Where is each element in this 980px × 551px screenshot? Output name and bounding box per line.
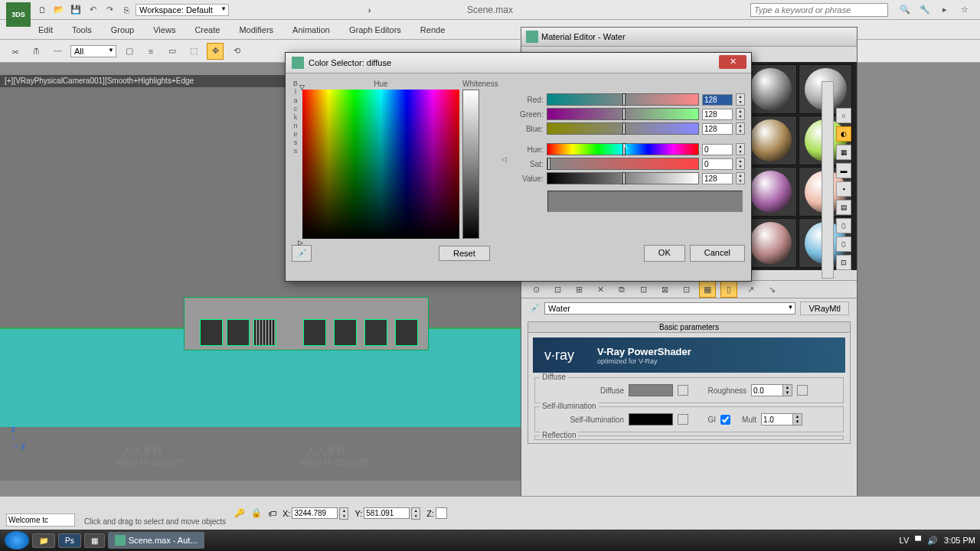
mat-scrollbar[interactable]: [822, 81, 834, 279]
backlight-icon[interactable]: ◐: [836, 126, 851, 142]
menu-animation[interactable]: Animation: [292, 25, 330, 34]
task-app[interactable]: ▦: [84, 533, 105, 548]
cancel-button[interactable]: Cancel: [690, 245, 745, 262]
help-search-input[interactable]: [750, 3, 888, 17]
material-name-dropdown[interactable]: Water: [544, 302, 795, 315]
mult-value[interactable]: [762, 414, 792, 425]
menu-graph-editors[interactable]: Graph Editors: [349, 25, 401, 34]
task-3dsmax[interactable]: Scene.max - Aut...: [108, 532, 204, 549]
menu-group[interactable]: Group: [111, 25, 135, 34]
select-move-icon[interactable]: ✥: [207, 43, 224, 60]
material-effects-icon[interactable]: ▤: [836, 200, 851, 215]
red-value[interactable]: 128: [702, 94, 733, 106]
menu-create[interactable]: Create: [194, 25, 220, 34]
select-rotate-icon[interactable]: ⟲: [228, 43, 245, 60]
reset-map-icon[interactable]: ✕: [592, 281, 609, 298]
sat-spinner[interactable]: ▲▼: [736, 158, 745, 170]
mat-map-nav-icon[interactable]: ⊡: [836, 255, 851, 270]
sat-slider[interactable]: [547, 158, 699, 170]
selfillum-swatch[interactable]: [629, 413, 673, 425]
roughness-map-button[interactable]: [797, 385, 808, 396]
selection-filter[interactable]: All: [70, 45, 116, 57]
sat-value[interactable]: 0: [702, 158, 733, 170]
menu-tools[interactable]: Tools: [72, 25, 92, 34]
value-value[interactable]: 128: [702, 173, 733, 184]
rect-select-icon[interactable]: ▭: [164, 43, 181, 60]
reset-button[interactable]: Reset: [439, 246, 490, 261]
tray-lang[interactable]: LV: [900, 536, 910, 545]
new-icon[interactable]: 🗋: [34, 2, 50, 18]
put-to-library-icon[interactable]: ⊠: [656, 281, 673, 298]
redo-icon[interactable]: ↷: [102, 2, 117, 18]
diffuse-map-button[interactable]: [678, 385, 688, 396]
maxscript-listener[interactable]: Welcome tc: [6, 514, 75, 527]
tag-icon[interactable]: 🏷: [268, 509, 276, 518]
blue-slider[interactable]: [547, 122, 699, 135]
bind-icon[interactable]: 〰: [49, 43, 66, 60]
select-icon[interactable]: ▢: [121, 43, 138, 60]
select-link-icon[interactable]: ⫘: [6, 43, 23, 60]
unlink-icon[interactable]: ⫚: [28, 43, 44, 60]
start-button[interactable]: [5, 531, 29, 549]
sample-uv-icon[interactable]: ▬: [836, 163, 851, 178]
key-icon[interactable]: 🔑: [234, 508, 245, 518]
sample-type-icon[interactable]: ○: [836, 108, 851, 123]
hue-spinner[interactable]: ▲▼: [736, 143, 745, 155]
select-by-mat-icon[interactable]: ⬯: [836, 236, 851, 252]
diffuse-swatch[interactable]: [629, 384, 673, 396]
binoculars-icon[interactable]: 🔍: [897, 2, 913, 18]
task-explorer[interactable]: 📁: [32, 533, 55, 548]
make-copy-icon[interactable]: ⧉: [613, 281, 630, 298]
assign-material-icon[interactable]: ⊞: [570, 281, 587, 298]
hue-slider[interactable]: ↖: [547, 143, 699, 155]
mult-spinner[interactable]: ▲▼: [761, 413, 802, 425]
tool-icon[interactable]: 🔧: [917, 2, 933, 18]
show-end-result-icon[interactable]: ▦: [699, 281, 716, 298]
material-type-button[interactable]: VRayMtl: [800, 302, 849, 315]
x-coord[interactable]: [292, 507, 338, 519]
green-spinner[interactable]: ▲▼: [736, 108, 745, 120]
star-icon[interactable]: ☆: [957, 2, 972, 18]
roughness-spinner[interactable]: ▲▼: [751, 384, 792, 396]
workspace-dropdown[interactable]: Workspace: Default: [136, 4, 229, 16]
select-name-icon[interactable]: ≡: [142, 43, 159, 60]
hue-value[interactable]: 0: [702, 144, 733, 155]
checker-icon[interactable]: ▦: [836, 145, 851, 160]
open-icon[interactable]: 📂: [51, 2, 67, 18]
green-slider[interactable]: [547, 108, 699, 120]
z-coord[interactable]: [436, 507, 447, 519]
green-value[interactable]: 128: [702, 109, 733, 120]
tray-clock[interactable]: 3:05 PM: [944, 536, 975, 545]
selfillum-map-button[interactable]: [678, 414, 688, 425]
value-spinner[interactable]: ▲▼: [736, 172, 745, 184]
menu-views[interactable]: Views: [153, 25, 175, 34]
link-icon[interactable]: ⎘: [119, 2, 134, 18]
menu-modifiers[interactable]: Modifiers: [239, 25, 273, 34]
eyedropper-icon[interactable]: 💉: [529, 304, 540, 314]
video-color-icon[interactable]: ▪: [836, 181, 851, 197]
menu-edit[interactable]: Edit: [38, 25, 53, 34]
material-id-icon[interactable]: ⊡: [678, 281, 694, 298]
make-unique-icon[interactable]: ⊡: [635, 281, 652, 298]
put-material-icon[interactable]: ⊡: [549, 281, 566, 298]
get-material-icon[interactable]: ⊙: [528, 281, 544, 298]
y-coord[interactable]: [364, 507, 410, 519]
go-parent-icon[interactable]: ↗: [742, 281, 759, 298]
task-photoshop[interactable]: Ps: [58, 533, 81, 548]
show-map-icon[interactable]: ▯: [720, 281, 737, 298]
save-icon[interactable]: 💾: [68, 2, 83, 18]
tray-volume-icon[interactable]: 🔊: [927, 536, 938, 546]
gi-checkbox[interactable]: [720, 415, 730, 425]
value-slider[interactable]: [547, 172, 699, 184]
material-editor-titlebar[interactable]: Material Editor - Water: [521, 28, 857, 47]
roughness-value[interactable]: [752, 385, 782, 396]
blue-value[interactable]: 128: [702, 123, 733, 135]
color-selector-titlebar[interactable]: Color Selector: diffuse ✕: [286, 53, 751, 73]
options-icon[interactable]: ⬯: [836, 218, 851, 233]
menu-rendering[interactable]: Rende: [420, 25, 445, 34]
hue-picker[interactable]: ▽ ▷: [302, 90, 459, 239]
ok-button[interactable]: OK: [644, 245, 685, 262]
blue-spinner[interactable]: ▲▼: [736, 122, 745, 135]
whiteness-gradient[interactable]: [462, 90, 479, 239]
window-crossing-icon[interactable]: ⬚: [185, 43, 202, 60]
